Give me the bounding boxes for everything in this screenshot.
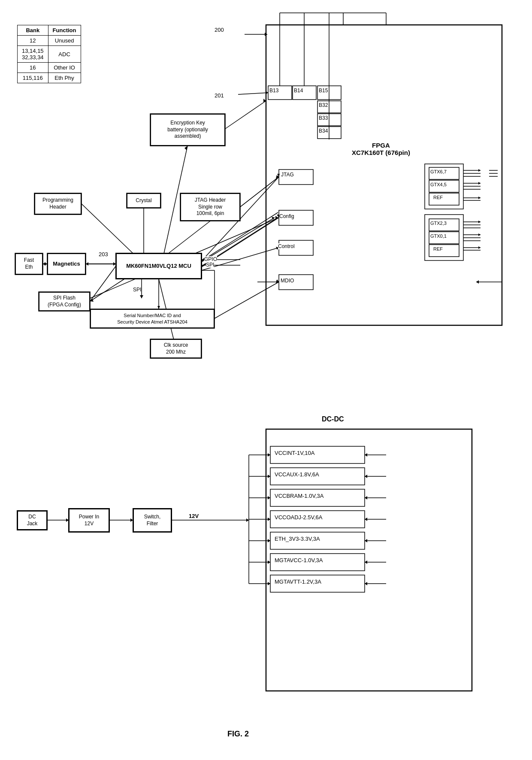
svg-marker-95 bbox=[265, 33, 267, 36]
ref2-label: REF bbox=[433, 246, 443, 251]
table-header-function: Function bbox=[48, 25, 81, 36]
mcu-box: MK60FN1M0VLQ12 MCU bbox=[116, 253, 202, 279]
spi-label2: SPI bbox=[133, 287, 141, 293]
mgtavcc-label: MGTAVCC-1.0V,3A bbox=[275, 557, 323, 563]
jtag-block-label: JTAG bbox=[281, 172, 294, 178]
gtx45-label: GTX4,5 bbox=[430, 182, 447, 187]
dc-dc-title: DC-DC bbox=[322, 415, 344, 423]
svg-marker-137 bbox=[268, 539, 270, 542]
vccaux-label: VCCAUX-1.8V,6A bbox=[275, 471, 319, 478]
12v-label: 12V bbox=[189, 513, 199, 519]
programming-header-box: ProgrammingHeader bbox=[34, 193, 82, 215]
svg-marker-22 bbox=[478, 169, 481, 172]
eth3v3-label: ETH_3V3-3.3V,3A bbox=[275, 536, 320, 542]
config-block-label: Config bbox=[279, 213, 294, 219]
clk-source-box: Clk source200 Mhz bbox=[150, 339, 202, 358]
svg-line-63 bbox=[215, 282, 279, 318]
fpga-label: FPGAXC7K160T (676pin) bbox=[352, 142, 410, 156]
spi-flash-box: SPI Flash(FPGA Config) bbox=[39, 292, 90, 311]
diagram-label-201: 201 bbox=[215, 92, 224, 99]
svg-line-114 bbox=[240, 177, 279, 207]
spi-label: SPI bbox=[206, 262, 214, 268]
svg-line-89 bbox=[225, 101, 266, 129]
svg-line-85 bbox=[240, 177, 279, 207]
svg-line-87 bbox=[163, 221, 210, 257]
svg-marker-129 bbox=[268, 453, 270, 457]
svg-marker-133 bbox=[268, 496, 270, 500]
gtx01-label: GTX0,1 bbox=[430, 233, 447, 239]
svg-marker-64 bbox=[276, 279, 279, 283]
svg-marker-116 bbox=[275, 216, 278, 219]
gtx67-label: GTX6,7 bbox=[430, 169, 447, 174]
svg-line-68 bbox=[90, 266, 116, 301]
svg-rect-0 bbox=[266, 25, 502, 325]
svg-marker-77 bbox=[43, 262, 45, 266]
svg-marker-57 bbox=[272, 217, 275, 220]
mgtavtt-label: MGTAVTT-1.2V,3A bbox=[275, 578, 321, 585]
b34-label: B34 bbox=[319, 128, 328, 134]
gpio-label: GPIO bbox=[204, 256, 217, 262]
svg-marker-97 bbox=[266, 91, 268, 94]
vccbram-label: VCCBRAM-1.0V,3A bbox=[275, 493, 323, 499]
svg-line-81 bbox=[82, 204, 137, 257]
svg-marker-119 bbox=[140, 295, 143, 298]
svg-marker-62 bbox=[157, 306, 160, 309]
svg-marker-40 bbox=[478, 246, 481, 249]
table-cell-bank-12: 12 bbox=[18, 36, 48, 46]
switch-filter-box: Switch,Filter bbox=[133, 509, 172, 532]
fig2-label: FIG. 2 bbox=[227, 730, 249, 739]
svg-marker-113 bbox=[476, 280, 479, 284]
svg-marker-111 bbox=[276, 280, 279, 284]
b14-label: B14 bbox=[294, 88, 303, 94]
jtag-header-box: JTAG HeaderSingle row100mil, 6pin bbox=[180, 193, 240, 221]
b33-label: B33 bbox=[319, 115, 328, 121]
diagram-label-203: 203 bbox=[99, 251, 108, 257]
table-cell-function-unused: Unused bbox=[48, 36, 81, 46]
svg-line-96 bbox=[238, 93, 268, 94]
svg-line-70 bbox=[90, 279, 124, 301]
dc-jack-box: DCJack bbox=[17, 511, 47, 530]
svg-marker-164 bbox=[246, 518, 249, 522]
svg-marker-139 bbox=[268, 560, 270, 564]
b32-label: B32 bbox=[319, 102, 328, 108]
control-block-label: Control bbox=[278, 243, 295, 249]
ref1-label: REF bbox=[433, 195, 443, 200]
table-cell-bank-adc: 13,14,15 32,33,34 bbox=[18, 46, 48, 63]
svg-line-56 bbox=[202, 218, 275, 262]
svg-marker-155 bbox=[365, 582, 367, 585]
svg-marker-135 bbox=[268, 518, 270, 521]
svg-marker-80 bbox=[86, 262, 88, 266]
gtx23-label: GTX2,3 bbox=[430, 221, 447, 226]
table-cell-function-eth-phy: Eth Phy bbox=[48, 73, 81, 83]
svg-marker-149 bbox=[365, 518, 367, 521]
diagram-label-200: 200 bbox=[215, 27, 224, 33]
svg-marker-71 bbox=[90, 299, 94, 302]
svg-marker-143 bbox=[365, 453, 367, 457]
table-cell-bank-eth: 115,116 bbox=[18, 73, 48, 83]
table-cell-bank-16: 16 bbox=[18, 63, 48, 73]
svg-marker-55 bbox=[276, 175, 279, 179]
bank-function-table: Bank Function 12 Unused 13,14,15 32,33,3… bbox=[17, 25, 81, 83]
table-cell-function-other-io: Other IO bbox=[48, 63, 81, 73]
vccint-label: VCCINT-1V,10A bbox=[275, 450, 314, 456]
b13-label: B13 bbox=[269, 88, 278, 94]
svg-marker-141 bbox=[268, 582, 270, 585]
svg-marker-29 bbox=[478, 197, 481, 199]
magnetics-box: Magnetics bbox=[47, 253, 86, 275]
b15-label: B15 bbox=[319, 88, 328, 94]
diagram-lines bbox=[0, 0, 532, 760]
svg-marker-147 bbox=[365, 496, 367, 500]
table-cell-function-adc: ADC bbox=[48, 46, 81, 63]
serial-number-box: Serial Number/MAC ID andSecurity Device … bbox=[90, 309, 215, 328]
diagram-container: Bank Function 12 Unused 13,14,15 32,33,3… bbox=[0, 0, 532, 760]
crystal-box: Crystal bbox=[127, 193, 161, 208]
mdio-block-label: MDIO bbox=[281, 278, 294, 284]
svg-marker-90 bbox=[263, 99, 266, 102]
svg-marker-131 bbox=[268, 475, 270, 478]
fast-eth-box: FastEth bbox=[15, 253, 43, 275]
svg-marker-33 bbox=[478, 221, 481, 223]
svg-marker-26 bbox=[478, 182, 481, 185]
power-in-box: Power In12V bbox=[69, 509, 109, 532]
svg-marker-153 bbox=[365, 560, 367, 564]
svg-marker-86 bbox=[277, 174, 280, 177]
